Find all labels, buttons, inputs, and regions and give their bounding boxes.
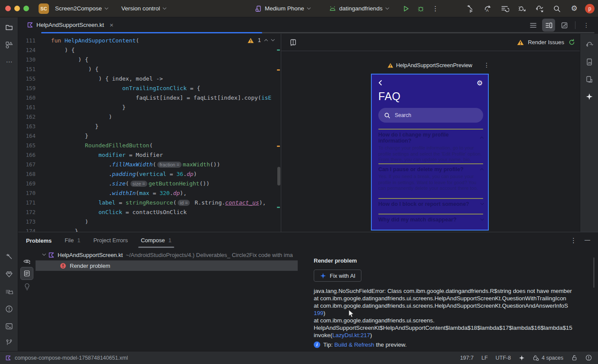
- settings-button[interactable]: ⚙: [568, 2, 581, 15]
- faq-settings-gear-icon[interactable]: ⚙: [477, 79, 483, 87]
- detail-scrollbar[interactable]: [593, 257, 595, 288]
- code-line[interactable]: 165 RoundedFilledButton(: [18, 141, 281, 150]
- code-line[interactable]: 166 modifier = Modifier: [18, 150, 281, 160]
- code-line[interactable]: 167 .fillMaxWidth(fraction =maxWidth()): [18, 160, 281, 169]
- code-line[interactable]: 172 onClick = contactUsOnClick: [18, 208, 281, 217]
- warning-circle-icon[interactable]: [585, 354, 592, 361]
- tab-compose[interactable]: Compose1: [141, 232, 172, 249]
- code-editor[interactable]: 111 fun HelpAndSupportContent(124 ) {130…: [18, 34, 281, 232]
- line-number[interactable]: 155: [18, 74, 44, 84]
- line-number[interactable]: 170: [18, 188, 44, 198]
- chevron-up-icon[interactable]: [480, 168, 484, 172]
- build-run-button[interactable]: [464, 2, 477, 15]
- file-encoding[interactable]: UTF-8: [496, 355, 511, 361]
- preview-filter-button[interactable]: [20, 255, 33, 268]
- preview-layout-button[interactable]: [286, 36, 299, 49]
- code-line[interactable]: 173 ): [18, 217, 281, 227]
- minimize-panel-icon[interactable]: —: [585, 237, 590, 244]
- unlocked-padlock-icon[interactable]: [571, 354, 578, 361]
- app-quality-insights-tool-button[interactable]: [3, 268, 16, 281]
- status-file-name[interactable]: compose-compose-model-1758748140651.xml: [15, 355, 128, 361]
- scrollbar-thumb[interactable]: [277, 167, 280, 185]
- code-line[interactable]: 124 ) {: [18, 46, 281, 55]
- sparkle-icon[interactable]: [519, 355, 525, 361]
- more-actions-button[interactable]: ⋮: [429, 2, 442, 15]
- run-button[interactable]: [400, 2, 413, 15]
- attach-debugger-button[interactable]: [516, 2, 529, 15]
- more-tool-windows-button[interactable]: ⋯: [3, 55, 16, 68]
- code-line[interactable]: 130 ) {: [18, 55, 281, 65]
- code-line[interactable]: 111 fun HelpAndSupportContent(: [18, 36, 281, 46]
- line-number[interactable]: 163: [18, 122, 44, 131]
- code-view-button[interactable]: [526, 19, 540, 32]
- code-line[interactable]: 174 }: [18, 227, 281, 232]
- problems-tool-button[interactable]: [3, 302, 16, 315]
- project-tool-button[interactable]: [3, 21, 16, 34]
- line-number[interactable]: 167: [18, 160, 44, 169]
- gemini-tool-button[interactable]: [583, 90, 596, 103]
- code-line[interactable]: 168 .padding(vertical = 36.dp): [18, 169, 281, 179]
- debug-button[interactable]: [414, 2, 427, 15]
- show-details-button[interactable]: [20, 267, 33, 280]
- project-selector[interactable]: Screen2Compose: [52, 3, 111, 14]
- line-number[interactable]: 124: [18, 46, 44, 55]
- code-line[interactable]: 159 onTrailingIconClick = {: [18, 84, 281, 93]
- version-control-tool-button[interactable]: [3, 336, 16, 349]
- line-number[interactable]: 166: [18, 150, 44, 160]
- inspection-widget[interactable]: 1: [247, 37, 274, 43]
- version-control-menu[interactable]: Version control: [118, 3, 169, 14]
- line-number[interactable]: 164: [18, 131, 44, 141]
- line-number[interactable]: 174: [18, 227, 44, 232]
- line-number[interactable]: 169: [18, 179, 44, 188]
- cursor-position[interactable]: 197:7: [460, 355, 474, 361]
- expand-chevron-icon[interactable]: [42, 252, 46, 256]
- user-avatar[interactable]: p: [585, 4, 595, 13]
- stack-trace-link[interactable]: LazyDsl.kt:217: [332, 332, 370, 338]
- line-number[interactable]: 165: [18, 141, 44, 150]
- code-line[interactable]: 164 }: [18, 131, 281, 141]
- device-selector[interactable]: Medium Phone: [251, 3, 313, 14]
- chevron-down-icon[interactable]: [480, 217, 484, 221]
- line-number[interactable]: 151: [18, 65, 44, 74]
- code-line[interactable]: 162 ): [18, 112, 281, 122]
- gradle-tool-button[interactable]: [583, 38, 596, 51]
- faq-item[interactable]: How do I change my profile information?T…: [378, 130, 483, 163]
- panel-title[interactable]: Problems: [26, 237, 52, 244]
- resource-manager-tool-button[interactable]: [3, 38, 16, 51]
- fix-with-ai-button[interactable]: Fix with AI: [314, 270, 361, 282]
- code-line[interactable]: 170 .widthIn(max = 320.dp),: [18, 188, 281, 198]
- search-everywhere-button[interactable]: [550, 2, 563, 15]
- close-tab-icon[interactable]: ×: [110, 21, 114, 29]
- device-manager-tool-button[interactable]: [583, 73, 596, 86]
- code-line[interactable]: 155 ) { index, model ->: [18, 74, 281, 84]
- code-line[interactable]: 171 label = stringResource(id = R.string…: [18, 198, 281, 208]
- code-line[interactable]: 160 faqList[index] = faqList[index].copy…: [18, 93, 281, 103]
- quick-fix-bulb-button[interactable]: [20, 280, 33, 293]
- editor-scrollbar[interactable]: [276, 34, 281, 232]
- line-number[interactable]: 111: [18, 36, 44, 46]
- code-line[interactable]: 163 }: [18, 122, 281, 131]
- line-number[interactable]: 161: [18, 103, 44, 112]
- line-number[interactable]: 160: [18, 93, 44, 103]
- line-number[interactable]: 159: [18, 84, 44, 93]
- tab-project-errors[interactable]: Project Errors: [93, 232, 127, 249]
- refresh-icon[interactable]: [568, 39, 575, 46]
- render-issues-label[interactable]: Render Issues: [528, 39, 564, 46]
- code-line[interactable]: 151 ) {: [18, 65, 281, 74]
- zoom-window-button[interactable]: [23, 6, 29, 11]
- editor-tab[interactable]: HelpAndSupportScreen.kt ×: [23, 17, 118, 32]
- panel-options-icon[interactable]: ⋮: [570, 237, 577, 244]
- line-number[interactable]: 168: [18, 169, 44, 179]
- line-number[interactable]: 162: [18, 112, 44, 122]
- run-configuration-selector[interactable]: datingandfriends: [325, 3, 392, 14]
- code-line[interactable]: 169 .size(size =getButtonHeight()): [18, 179, 281, 188]
- design-view-button[interactable]: [558, 19, 571, 32]
- back-chevron-icon[interactable]: [378, 80, 382, 86]
- terminal-tool-button[interactable]: [3, 320, 16, 333]
- faq-item[interactable]: Can I pause or delete my profile?Yes. If…: [378, 164, 483, 198]
- problem-file-row[interactable]: HelpAndSupportScreen.kt ~/AndroidStudioP…: [36, 250, 308, 260]
- tab-file[interactable]: File1: [65, 232, 80, 249]
- faq-search-bar[interactable]: Search: [378, 108, 483, 123]
- split-view-button[interactable]: [542, 19, 555, 32]
- line-number[interactable]: 171: [18, 198, 44, 208]
